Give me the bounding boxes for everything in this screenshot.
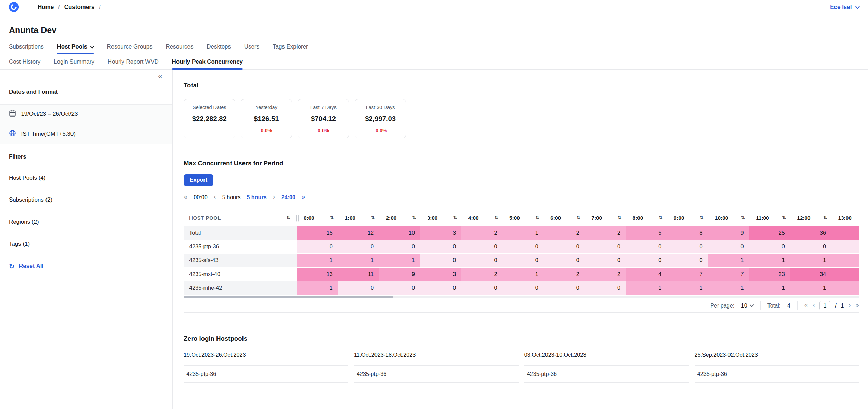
breadcrumb-home[interactable]: Home [38,4,54,11]
date-range-selector[interactable]: 19/Oct/23 – 26/Oct/23 [0,104,172,124]
timezone-value: IST Time(GMT+5:30) [21,131,76,137]
tab-host-pools[interactable]: Host Pools [57,43,94,54]
user-menu[interactable]: Ece Isel [830,4,859,11]
time-column-header[interactable]: 0:00⇅ [297,210,338,226]
tab-resources[interactable]: Resources [166,43,193,54]
page-next-icon[interactable]: › [849,302,851,309]
time-column-header[interactable]: 1:00⇅ [338,210,379,226]
pager-first-icon[interactable]: « [184,194,187,201]
tab-resource-groups[interactable]: Resource Groups [107,43,153,54]
pager-step-back[interactable]: 5 hours [222,194,241,201]
time-column-header[interactable]: 13:00⇅ [831,210,859,226]
sort-icon[interactable]: ⇅ [371,216,375,220]
concurrency-cell: 4 [626,268,667,281]
time-column-header[interactable]: 7:00⇅ [585,210,626,226]
tab-tags-explorer[interactable]: Tags Explorer [273,43,308,54]
collapse-sidebar-button[interactable]: « [158,72,162,80]
pager-next-icon[interactable]: › [273,194,275,201]
concurrency-cell: 0 [338,240,379,254]
export-button[interactable]: Export [184,174,213,186]
filter-host-pools[interactable]: Host Pools (4) [0,167,172,189]
pager-step-forward[interactable]: 5 hours [247,194,266,201]
time-column-header[interactable]: 11:00⇅ [749,210,790,226]
tab-cost-history[interactable]: Cost History [9,58,40,69]
tab-login-summary[interactable]: Login Summary [54,58,94,69]
zero-login-hostpool: 4235-ptp-36 [524,365,689,382]
page-first-icon[interactable]: « [804,302,808,309]
filter-label: Host Pools (4) [9,175,46,181]
time-column-header[interactable]: 2:00⇅ [379,210,420,226]
sort-icon[interactable]: ⇅ [700,216,704,220]
sort-icon[interactable]: ⇅ [823,216,827,220]
reset-all-button[interactable]: ↻ Reset All [0,263,52,270]
tab-hourly-report-wvd[interactable]: Hourly Report WVD [108,58,159,69]
filter-tags[interactable]: Tags (1) [0,233,172,255]
time-header-label: 0:00 [304,215,314,221]
time-column-header[interactable]: 10:00⇅ [708,210,749,226]
total-cards: Selected Dates $22,282.82 Yesterday $126… [184,99,859,138]
sort-icon[interactable]: ⇅ [782,216,786,220]
concurrency-cell: 0 [544,254,585,267]
concurrency-cell: 0 [461,254,502,267]
tab-desktops[interactable]: Desktops [207,43,231,54]
sort-icon[interactable]: ⇅ [577,216,581,220]
time-column-header[interactable]: 3:00⇅ [420,210,461,226]
horizontal-scrollbar[interactable] [184,296,859,298]
time-column-header[interactable]: 8:00⇅ [626,210,667,226]
pager-last-icon[interactable]: » [302,194,305,201]
time-column-header[interactable]: 4:00⇅ [461,210,502,226]
zero-login-period: 25.Sep.2023-02.Oct.2023 [695,352,859,358]
time-column-header[interactable]: 5:00⇅ [503,210,544,226]
sort-icon[interactable]: ⇅ [453,216,457,220]
pager-prev-icon[interactable]: ‹ [213,194,216,201]
page-prev-icon[interactable]: ‹ [812,302,815,309]
scrollbar-thumb[interactable] [184,296,393,298]
host-pool-column-header[interactable]: HOST POOL⇅ [184,210,297,226]
concurrency-cell: 2 [461,268,502,281]
tab-subscriptions[interactable]: Subscriptions [9,43,44,54]
concurrency-cell: 0 [585,254,626,267]
per-page-value: 10 [741,302,747,309]
tab-hourly-peak-concurrency[interactable]: Hourly Peak Concurrency [172,58,243,69]
chevron-down-icon [90,44,94,49]
sort-icon[interactable]: ⇅ [412,216,416,220]
time-column-header[interactable]: 12:00⇅ [790,210,831,226]
app-logo-icon[interactable] [9,2,19,12]
concurrency-cell: 0 [379,281,420,295]
page-separator: / [835,302,837,309]
concurrency-cell: 1 [503,268,544,281]
sort-icon[interactable]: ⇅ [286,216,290,220]
concurrency-cell: 36 [831,268,859,281]
stat-card-value: $704.12 [311,115,336,123]
concurrency-cell: 7 [667,268,708,281]
time-column-header[interactable]: 9:00⇅ [667,210,708,226]
sort-icon[interactable]: ⇅ [494,216,498,220]
sort-icon[interactable]: ⇅ [741,216,745,220]
concurrency-cell: 0 [544,240,585,254]
sort-icon[interactable]: ⇅ [535,216,539,220]
tab-label: Subscriptions [9,43,44,50]
pager-end-time[interactable]: 24:00 [281,194,295,201]
timezone-selector[interactable]: IST Time(GMT+5:30) [0,124,172,144]
tab-label: Login Summary [54,58,94,65]
breadcrumb: Home / Customers / [38,4,101,11]
column-resize-handle[interactable] [296,215,299,221]
stat-card-delta: -0.0% [374,128,387,133]
table-row: 4235-ptp-3600000000000000 [184,240,859,254]
filter-regions[interactable]: Regions (2) [0,211,172,233]
breadcrumb-separator: / [99,4,101,11]
sort-icon[interactable]: ⇅ [659,216,663,220]
zero-login-hostpool: 4235-ptp-36 [354,365,519,382]
sort-icon[interactable]: ⇅ [330,216,334,220]
filter-subscriptions[interactable]: Subscriptions (2) [0,189,172,211]
calendar-icon [9,110,16,119]
time-column-header[interactable]: 6:00⇅ [544,210,585,226]
per-page-select[interactable]: 10 [741,302,754,309]
sort-icon[interactable]: ⇅ [618,216,622,220]
page-last-icon[interactable]: » [855,302,859,309]
topbar: Home / Customers / Ece Isel [0,0,868,14]
page-body: « Dates and Format 19/Oct/23 – 26/Oct/23… [0,70,868,409]
tab-users[interactable]: Users [244,43,259,54]
breadcrumb-customers[interactable]: Customers [64,4,95,11]
page-number-input[interactable]: 1 [819,301,830,311]
